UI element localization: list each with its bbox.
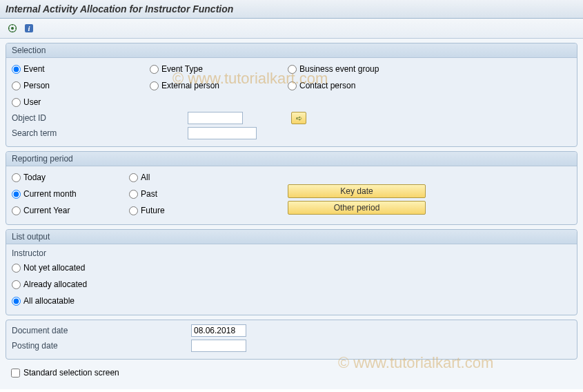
- radio-already-allocated[interactable]: Already allocated: [12, 277, 87, 291]
- radio-user[interactable]: User: [12, 95, 150, 109]
- radio-not-yet-input[interactable]: [12, 264, 21, 273]
- radio-not-yet-allocated[interactable]: Not yet allocated: [12, 261, 85, 275]
- radio-event-input[interactable]: [12, 65, 21, 74]
- radio-all-input[interactable]: [129, 173, 138, 182]
- radio-all-allocatable[interactable]: All allocatable: [12, 294, 75, 308]
- radio-contact-person-label: Contact person: [299, 81, 355, 90]
- reporting-period-header: Reporting period: [6, 152, 577, 166]
- radio-future[interactable]: Future: [129, 204, 288, 217]
- radio-event-type-input[interactable]: [150, 65, 159, 74]
- selection-header: Selection: [6, 43, 577, 58]
- radio-future-input[interactable]: [129, 206, 138, 215]
- arrow-right-icon: ➪: [296, 114, 302, 123]
- svg-point-1: [11, 27, 14, 30]
- radio-all-allocatable-input[interactable]: [12, 297, 21, 306]
- radio-contact-person[interactable]: Contact person: [288, 79, 439, 92]
- standard-selection-input[interactable]: [11, 369, 20, 378]
- object-id-input[interactable]: [188, 112, 243, 124]
- radio-current-month-label: Current month: [23, 189, 77, 199]
- radio-current-year[interactable]: Current Year: [12, 204, 129, 217]
- radio-already-input[interactable]: [12, 280, 21, 289]
- radio-current-month-input[interactable]: [12, 190, 21, 199]
- search-term-label: Search term: [12, 128, 188, 138]
- key-date-label: Key date: [340, 186, 373, 196]
- posting-date-input[interactable]: [191, 340, 246, 352]
- radio-current-year-input[interactable]: [12, 206, 21, 215]
- posting-date-label: Posting date: [12, 341, 191, 351]
- radio-business-event-group[interactable]: Business event group: [288, 62, 439, 76]
- document-date-input[interactable]: [191, 324, 246, 337]
- search-term-input[interactable]: [188, 127, 257, 139]
- radio-future-label: Future: [141, 206, 165, 215]
- radio-business-event-group-input[interactable]: [288, 65, 297, 74]
- radio-user-input[interactable]: [12, 98, 21, 107]
- arrow-button[interactable]: ➪: [291, 112, 306, 124]
- radio-contact-person-input[interactable]: [288, 81, 297, 90]
- dates-group: Document date Posting date: [6, 320, 577, 360]
- toolbar: i: [0, 19, 583, 39]
- reporting-period-group: Reporting period Today All: [6, 151, 577, 225]
- radio-today-input[interactable]: [12, 173, 21, 182]
- radio-event-type-label: Event Type: [161, 64, 203, 74]
- radio-user-label: User: [23, 97, 41, 107]
- key-date-button[interactable]: Key date: [288, 184, 426, 198]
- execute-button[interactable]: [6, 21, 19, 35]
- standard-selection-checkbox[interactable]: Standard selection screen: [6, 364, 577, 382]
- instructor-sublabel: Instructor: [12, 248, 571, 258]
- radio-past-input[interactable]: [129, 190, 138, 199]
- info-button[interactable]: i: [22, 21, 36, 35]
- radio-already-label: Already allocated: [23, 280, 87, 289]
- radio-business-event-group-label: Business event group: [299, 64, 379, 74]
- radio-past-label: Past: [141, 189, 157, 199]
- radio-person-input[interactable]: [12, 81, 21, 90]
- radio-person[interactable]: Person: [12, 79, 150, 92]
- radio-all[interactable]: All: [129, 170, 288, 184]
- standard-selection-label: Standard selection screen: [23, 368, 119, 378]
- document-date-label: Document date: [12, 326, 191, 335]
- radio-today[interactable]: Today: [12, 170, 129, 184]
- radio-today-label: Today: [23, 173, 46, 182]
- radio-not-yet-label: Not yet allocated: [23, 263, 85, 273]
- window-title-bar: Internal Activity Allocation for Instruc…: [0, 0, 583, 19]
- radio-all-label: All: [141, 173, 150, 182]
- object-id-label: Object ID: [12, 113, 188, 123]
- list-output-group: List output Instructor Not yet allocated…: [6, 229, 577, 315]
- radio-past[interactable]: Past: [129, 187, 288, 201]
- radio-event-label: Event: [23, 64, 45, 74]
- radio-current-month[interactable]: Current month: [12, 187, 129, 201]
- selection-group: Selection Event Event Type Business even…: [6, 43, 577, 147]
- list-output-header: List output: [6, 230, 577, 244]
- radio-external-person-label: External person: [161, 81, 219, 90]
- window-title: Internal Activity Allocation for Instruc…: [6, 3, 233, 14]
- radio-all-allocatable-label: All allocatable: [23, 296, 75, 306]
- info-icon: i: [24, 23, 34, 33]
- radio-current-year-label: Current Year: [23, 206, 70, 215]
- radio-event-type[interactable]: Event Type: [150, 62, 288, 76]
- other-period-button[interactable]: Other period: [288, 201, 426, 215]
- content-area: © www.tutorialkart.com © www.tutorialkar…: [0, 39, 583, 389]
- radio-external-person-input[interactable]: [150, 81, 159, 90]
- radio-external-person[interactable]: External person: [150, 79, 288, 92]
- radio-event[interactable]: Event: [12, 62, 150, 76]
- execute-icon: [8, 23, 17, 33]
- other-period-label: Other period: [334, 203, 380, 213]
- radio-person-label: Person: [23, 81, 50, 90]
